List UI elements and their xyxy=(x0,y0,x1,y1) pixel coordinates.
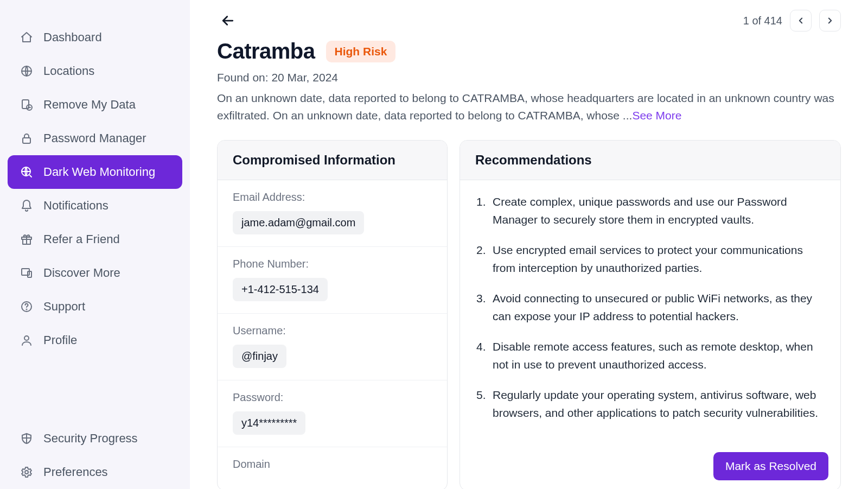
help-icon xyxy=(20,300,34,314)
compromised-panel: Compromised Information Email Address: j… xyxy=(217,140,448,489)
sidebar-item-support[interactable]: Support xyxy=(8,290,182,323)
sidebar-item-discover[interactable]: Discover More xyxy=(8,256,182,290)
pager-text: 1 of 414 xyxy=(743,15,782,27)
title-row: Catramba High Risk xyxy=(217,39,841,63)
devices-icon xyxy=(20,266,34,280)
gift-icon xyxy=(20,232,34,246)
chevron-right-icon xyxy=(825,16,835,26)
globe-icon xyxy=(20,64,34,78)
user-icon xyxy=(20,333,34,347)
sidebar-item-dashboard[interactable]: Dashboard xyxy=(8,21,182,54)
compromised-row-email: Email Address: jame.adam@gmail.com xyxy=(218,180,447,247)
sidebar: Dashboard Locations Remove My Data Passw… xyxy=(0,0,190,489)
chevron-left-icon xyxy=(796,16,806,26)
compromised-label: Username: xyxy=(233,325,432,337)
risk-badge: High Risk xyxy=(326,41,396,62)
arrow-left-icon xyxy=(220,12,236,29)
breach-description: On an unknown date, data reported to bel… xyxy=(217,90,841,124)
sidebar-item-label: Discover More xyxy=(43,266,120,280)
compromised-label: Password: xyxy=(233,391,432,404)
see-more-link[interactable]: See More xyxy=(632,109,681,122)
compromised-label: Domain xyxy=(233,458,432,471)
breach-description-text: On an unknown date, data reported to bel… xyxy=(217,92,834,122)
recommendations-header: Recommendations xyxy=(460,141,840,180)
recommendation-item: Use encrypted email services to protect … xyxy=(476,242,824,277)
svg-point-11 xyxy=(24,336,29,340)
sidebar-item-preferences[interactable]: Preferences xyxy=(8,455,182,489)
recommendation-item: Create complex, unique passwords and use… xyxy=(476,193,824,228)
recommendation-item: Disable remote access features, such as … xyxy=(476,338,824,373)
lock-icon xyxy=(20,131,34,145)
found-on: Found on: 20 Mar, 2024 xyxy=(217,71,841,84)
sidebar-item-label: Remove My Data xyxy=(43,98,136,112)
recommendations-body: Create complex, unique passwords and use… xyxy=(460,180,840,484)
sidebar-item-label: Locations xyxy=(43,64,94,78)
sidebar-item-label: Profile xyxy=(43,333,77,347)
recommendation-item: Avoid connecting to unsecured or public … xyxy=(476,290,824,325)
sidebar-item-label: Dashboard xyxy=(43,30,102,45)
compromised-value: y14********* xyxy=(233,411,305,435)
compromised-row-phone: Phone Number: +1-412-515-134 xyxy=(218,247,447,314)
sidebar-item-security-progress[interactable]: Security Progress xyxy=(8,422,182,455)
web-search-icon xyxy=(20,165,34,179)
sidebar-item-notifications[interactable]: Notifications xyxy=(8,189,182,223)
compromised-row-username: Username: @finjay xyxy=(218,314,447,380)
sidebar-item-password-manager[interactable]: Password Manager xyxy=(8,122,182,155)
file-delete-icon xyxy=(20,98,34,112)
compromised-list: Email Address: jame.adam@gmail.com Phone… xyxy=(218,180,447,489)
sidebar-item-label: Dark Web Monitoring xyxy=(43,165,155,179)
compromised-value: +1-412-515-134 xyxy=(233,278,328,301)
compromised-row-domain: Domain xyxy=(218,447,447,489)
recommendations-panel: Recommendations Create complex, unique p… xyxy=(459,140,841,489)
compromised-label: Phone Number: xyxy=(233,258,432,270)
svg-rect-3 xyxy=(23,138,30,143)
panels: Compromised Information Email Address: j… xyxy=(217,140,841,489)
sidebar-item-label: Support xyxy=(43,300,85,314)
sidebar-item-label: Notifications xyxy=(43,199,108,213)
compromised-label: Email Address: xyxy=(233,191,432,204)
compromised-value: jame.adam@gmail.com xyxy=(233,211,364,234)
sidebar-item-locations[interactable]: Locations xyxy=(8,54,182,88)
sidebar-item-label: Password Manager xyxy=(43,131,146,145)
sidebar-main-group: Dashboard Locations Remove My Data Passw… xyxy=(8,21,182,357)
compromised-header: Compromised Information xyxy=(218,141,447,180)
main-content: 1 of 414 Catramba High Risk Found on: 20… xyxy=(190,0,868,489)
pager-next-button[interactable] xyxy=(819,10,841,31)
sidebar-item-label: Refer a Friend xyxy=(43,232,120,246)
sidebar-item-label: Preferences xyxy=(43,465,108,479)
recommendation-item: Regularly update your operating system, … xyxy=(476,386,824,422)
back-button[interactable] xyxy=(217,10,239,31)
sidebar-item-profile[interactable]: Profile xyxy=(8,323,182,357)
compromised-value: @finjay xyxy=(233,345,286,368)
sidebar-item-label: Security Progress xyxy=(43,431,138,446)
shield-icon xyxy=(20,431,34,446)
svg-point-10 xyxy=(27,309,27,310)
bell-icon xyxy=(20,199,34,213)
svg-point-12 xyxy=(25,471,28,474)
pager: 1 of 414 xyxy=(743,10,841,31)
topbar: 1 of 414 xyxy=(217,10,841,31)
compromised-row-password: Password: y14********* xyxy=(218,380,447,447)
breach-title: Catramba xyxy=(217,39,315,63)
sidebar-item-remove-data[interactable]: Remove My Data xyxy=(8,88,182,122)
sidebar-item-dark-web[interactable]: Dark Web Monitoring xyxy=(8,155,182,189)
mark-resolved-button[interactable]: Mark as Resolved xyxy=(713,452,828,480)
home-icon xyxy=(20,30,34,45)
pager-prev-button[interactable] xyxy=(790,10,812,31)
sidebar-item-refer[interactable]: Refer a Friend xyxy=(8,223,182,256)
gear-icon xyxy=(20,465,34,479)
recommendations-list: Create complex, unique passwords and use… xyxy=(476,193,824,422)
sidebar-bottom-group: Security Progress Preferences xyxy=(8,422,182,489)
